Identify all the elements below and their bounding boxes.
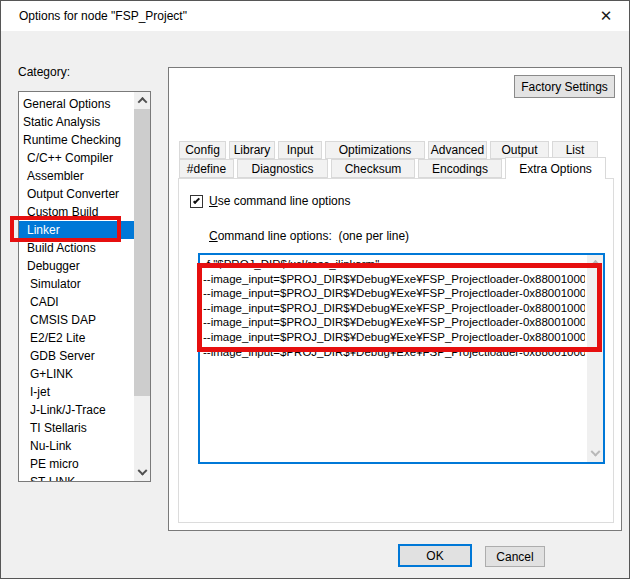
tab-optimizations[interactable]: Optimizations [325, 141, 425, 159]
category-item-cmsis-dap[interactable]: CMSIS DAP [19, 311, 134, 329]
category-item-j-link[interactable]: J-Link/J-Trace [19, 401, 134, 419]
tab-encodings[interactable]: Encodings [418, 159, 502, 178]
factory-settings-button[interactable]: Factory Settings [514, 75, 615, 98]
tab-advanced[interactable]: Advanced [428, 141, 487, 159]
close-icon[interactable]: ✕ [589, 1, 623, 30]
tab-extra-options[interactable]: Extra Options [505, 157, 606, 179]
tab-input[interactable]: Input [278, 141, 322, 159]
annotation-box-linker [10, 216, 121, 242]
category-item-debugger[interactable]: Debugger [19, 257, 134, 275]
category-item-i-jet[interactable]: I-jet [19, 383, 134, 401]
checkmark-icon [193, 196, 200, 203]
category-scrollbar[interactable] [134, 92, 150, 481]
category-item-g-link[interactable]: G+LINK [19, 365, 134, 383]
category-item-output-converter[interactable]: Output Converter [19, 185, 134, 203]
category-item-st-link[interactable]: ST-LINK [19, 473, 134, 482]
category-item-ti-stellaris[interactable]: TI Stellaris [19, 419, 134, 437]
category-item-simulator[interactable]: Simulator [19, 275, 134, 293]
tab-strip: Config Library Input Optimizations Advan… [179, 141, 615, 179]
tab-config[interactable]: Config [179, 141, 226, 159]
scroll-down-icon[interactable] [134, 465, 150, 481]
category-items: General Options Static Analysis Runtime … [19, 95, 134, 482]
category-listbox: General Options Static Analysis Runtime … [18, 91, 151, 482]
cancel-button[interactable]: Cancel [485, 546, 545, 567]
scroll-down-icon[interactable] [587, 446, 603, 462]
use-cmdline-label: Use command line options [209, 194, 350, 208]
tab-library[interactable]: Library [229, 141, 275, 159]
checkbox[interactable] [190, 195, 203, 208]
options-dialog: Options for node "FSP_Project" ✕ Categor… [0, 0, 630, 579]
category-item-static-analysis[interactable]: Static Analysis [19, 113, 134, 131]
category-item-runtime-checking[interactable]: Runtime Checking [19, 131, 134, 149]
category-item-gdb-server[interactable]: GDB Server [19, 347, 134, 365]
tab-checksum[interactable]: Checksum [331, 159, 415, 178]
annotation-box-cmdlines [197, 263, 602, 352]
category-item-general-options[interactable]: General Options [19, 95, 134, 113]
tab-define[interactable]: #define [179, 159, 234, 178]
use-cmdline-checkbox-row[interactable]: Use command line options [190, 194, 350, 208]
category-item-c-compiler[interactable]: C/C++ Compiler [19, 149, 134, 167]
scrollbar-thumb[interactable] [134, 109, 150, 396]
category-item-e2-lite[interactable]: E2/E2 Lite [19, 329, 134, 347]
scroll-up-icon[interactable] [134, 92, 150, 108]
category-item-nu-link[interactable]: Nu-Link [19, 437, 134, 455]
category-item-cadi[interactable]: CADI [19, 293, 134, 311]
category-item-assembler[interactable]: Assembler [19, 167, 134, 185]
cmdline-options-label: Command line options: (one per line) [209, 229, 409, 243]
titlebar: Options for node "FSP_Project" ✕ [1, 1, 629, 31]
tab-diagnostics[interactable]: Diagnostics [237, 159, 328, 178]
category-item-pe-micro[interactable]: PE micro [19, 455, 134, 473]
dialog-title: Options for node "FSP_Project" [19, 9, 187, 23]
ok-button[interactable]: OK [398, 544, 472, 567]
category-label: Category: [18, 65, 70, 79]
